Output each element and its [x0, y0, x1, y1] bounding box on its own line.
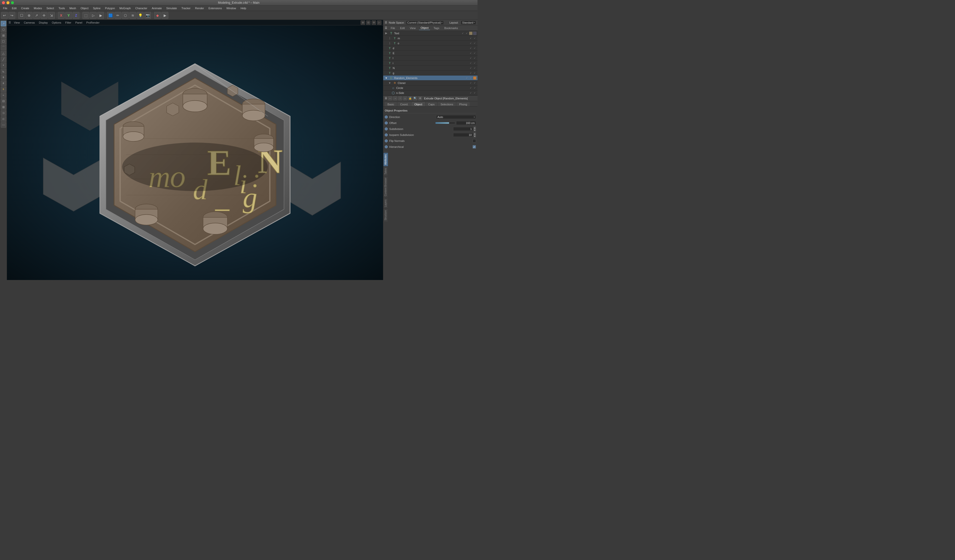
light-btn[interactable]: 💡	[137, 12, 144, 19]
attr-tab-coord[interactable]: Coord.	[398, 102, 411, 106]
panel-tab-tags[interactable]: Tags	[432, 26, 441, 30]
tree-expand-text[interactable]: ▶	[384, 31, 388, 35]
minimize-button[interactable]	[6, 1, 9, 4]
menu-character[interactable]: Character	[133, 6, 149, 10]
tree-item-i[interactable]: T i ✓ ✓	[383, 61, 478, 66]
attr-checkbox-flip-normals[interactable]	[473, 139, 476, 143]
right-tab-attributes[interactable]: Attributes	[384, 153, 388, 166]
panel-tab-file[interactable]: File	[389, 26, 397, 30]
attr-value-offset[interactable]: 160 cm	[456, 121, 476, 125]
viewport-canvas[interactable]: m o d E l i N g : _	[7, 25, 383, 280]
render-view-btn[interactable]: ▷	[90, 12, 97, 19]
unwrap-tool[interactable]: ⋯	[1, 122, 6, 128]
attr-up-btn[interactable]: ↑	[398, 97, 402, 100]
poly-btn[interactable]: ⬡	[122, 12, 129, 19]
edge-tool[interactable]: ╱	[1, 57, 6, 62]
tree-item-cloner[interactable]: ▼ ⊕ Cloner ✓ ✓	[383, 81, 478, 86]
menu-mesh[interactable]: Mesh	[67, 6, 78, 10]
render-region-btn[interactable]: ⬚	[82, 12, 89, 19]
menu-modes[interactable]: Modes	[32, 6, 44, 10]
panel-tab-bookmarks[interactable]: Bookmarks	[443, 26, 459, 30]
playback-btn[interactable]: ▶	[161, 12, 168, 19]
viewport-maximize[interactable]: ⊞	[361, 20, 365, 25]
tree-expand-random[interactable]: ▼	[384, 76, 388, 80]
tree-render-nside[interactable]: ✓	[473, 91, 476, 95]
menu-window[interactable]: Window	[224, 6, 238, 10]
close-button[interactable]	[2, 1, 5, 4]
menu-help[interactable]: Help	[238, 6, 248, 10]
menu-tracker[interactable]: Tracker	[179, 6, 193, 10]
y-axis-btn[interactable]: Y	[65, 12, 72, 19]
tree-item-random-elements[interactable]: ▼ E Random_Elements ✓ ✓	[383, 75, 478, 81]
render-btn[interactable]: ▶	[97, 12, 104, 19]
spline-tool[interactable]: ⌒	[1, 45, 6, 50]
panel-tab-object[interactable]: Object	[419, 26, 430, 30]
menu-polygon[interactable]: Polygon	[103, 6, 117, 10]
attr-tab-selections[interactable]: Selections	[438, 102, 456, 106]
magnet-tool[interactable]: ⌁	[1, 92, 6, 98]
tree-vis-g[interactable]: ✓	[469, 71, 473, 75]
tree-item-text[interactable]: ▶ T Text ✓ ✓	[383, 31, 478, 36]
tree-render-random[interactable]: ✓	[469, 76, 473, 80]
viewport-menu-view[interactable]: View	[13, 20, 21, 25]
attr-filter-btn[interactable]: ⚙	[418, 97, 422, 100]
menu-animate[interactable]: Animate	[150, 6, 164, 10]
menu-render[interactable]: Render	[193, 6, 206, 10]
tree-render-N[interactable]: ✓	[473, 66, 476, 70]
camera-btn[interactable]: 📷	[144, 12, 151, 19]
viewport-menu-options[interactable]: Options	[51, 20, 62, 25]
menu-edit[interactable]: Edit	[10, 6, 19, 10]
attr-forward-btn[interactable]: →	[393, 97, 397, 100]
tree-vis-N[interactable]: ✓	[469, 66, 473, 70]
paint-btn[interactable]: ✏	[114, 12, 121, 19]
tree-vis-E[interactable]: ✓	[469, 51, 473, 55]
move-tool[interactable]: ✛	[41, 12, 47, 19]
tree-vis-o[interactable]: ✓	[469, 42, 473, 45]
isoparm-down[interactable]: ▼	[474, 135, 476, 137]
right-tab-takes[interactable]: Takes	[384, 166, 388, 176]
isoparm-up[interactable]: ▲	[474, 133, 476, 135]
menu-mograph[interactable]: MoGraph	[117, 6, 133, 10]
tree-item-E[interactable]: T E ✓ ✓	[383, 51, 478, 56]
tree-vis-l[interactable]: ✓	[469, 56, 473, 60]
menu-spline[interactable]: Spline	[91, 6, 103, 10]
tree-render-E[interactable]: ✓	[473, 51, 476, 55]
attr-back-btn[interactable]: ←	[388, 97, 392, 100]
viewport-menu-filter[interactable]: Filter	[64, 20, 72, 25]
tree-render-d[interactable]: ✓	[473, 47, 476, 50]
cube-btn[interactable]: 🟦	[107, 12, 114, 19]
right-tab-structure[interactable]: Structure	[384, 209, 388, 222]
menu-select[interactable]: Select	[44, 6, 56, 10]
tree-render-m[interactable]: ✓	[473, 36, 476, 40]
attr-lock-btn[interactable]: 🔒	[408, 97, 412, 100]
point-tool[interactable]: •	[1, 62, 6, 68]
menu-simulate[interactable]: Simulate	[164, 6, 179, 10]
tree-vis-circle[interactable]: ✓	[469, 86, 473, 90]
texture-tool[interactable]: ⊞	[1, 33, 6, 38]
attr-tab-phong[interactable]: Phong	[456, 102, 470, 106]
subdivision-down[interactable]: ▼	[474, 129, 476, 131]
menu-create[interactable]: Create	[19, 6, 31, 10]
tree-render-l[interactable]: ✓	[473, 56, 476, 60]
tree-render-i[interactable]: ✓	[473, 61, 476, 65]
snap-s3-tool[interactable]: S	[1, 86, 6, 92]
menu-object[interactable]: Object	[78, 6, 91, 10]
tree-vis-i[interactable]: ✓	[469, 61, 473, 65]
attr-value-subdivision[interactable]: 1	[453, 127, 473, 131]
viewport-menu-cameras[interactable]: Cameras	[23, 20, 36, 25]
attr-tab-caps[interactable]: Caps	[426, 102, 437, 106]
x-axis-btn[interactable]: X	[58, 12, 65, 19]
tree-vis-nside[interactable]: ✓	[469, 91, 473, 95]
panel-tab-view[interactable]: View	[409, 26, 417, 30]
tree-item-o[interactable]: | T o ✓ ✓	[383, 41, 478, 46]
attr-value-direction[interactable]: Auto ▾	[436, 115, 476, 119]
measure-tool[interactable]: ⊾	[1, 69, 6, 74]
tree-render-cloner[interactable]: ✓	[473, 81, 476, 85]
tree-item-d[interactable]: T d ✓ ✓	[383, 46, 478, 51]
fullscreen-button[interactable]	[11, 1, 14, 4]
hamburger-icon[interactable]: ☰	[8, 21, 11, 24]
attr-search-btn[interactable]: 🔍	[413, 97, 417, 100]
brush-tool[interactable]: ⊃	[1, 110, 6, 116]
menu-tools[interactable]: Tools	[56, 6, 67, 10]
undo-btn[interactable]: ↩	[1, 12, 8, 19]
